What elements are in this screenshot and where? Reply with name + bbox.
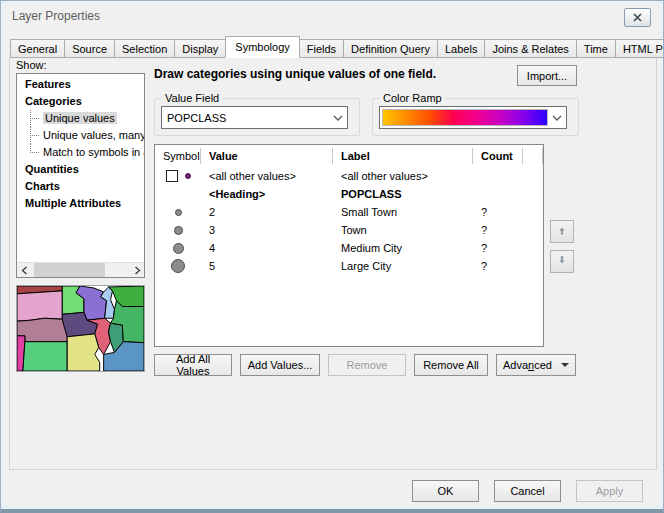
tab-joins-relates[interactable]: Joins & Relates [484, 39, 576, 58]
count-cell: ? [473, 206, 523, 218]
show-item-label: Quantities [25, 163, 79, 175]
color-ramp-group: Color Ramp [372, 98, 579, 136]
color-ramp-dropdown[interactable] [379, 106, 567, 129]
show-item-quantities[interactable]: Quantities [17, 161, 144, 178]
dialog-title: Layer Properties [12, 9, 100, 23]
remove-button[interactable]: Remove [328, 354, 406, 376]
import-button[interactable]: Import... [517, 65, 577, 86]
tab-bar: GeneralSourceSelectionDisplaySymbologyFi… [11, 36, 664, 58]
value-field-group: Value Field POPCLASS [154, 98, 360, 136]
tab-definition-query[interactable]: Definition Query [343, 39, 438, 58]
value-cell: 5 [201, 260, 333, 272]
symbol-cell[interactable] [155, 226, 201, 235]
value-field-dropdown[interactable]: POPCLASS [161, 106, 348, 129]
move-value-down-button[interactable] [550, 250, 574, 273]
tab-symbology[interactable]: Symbology [225, 36, 299, 58]
layer-preview-map [16, 285, 145, 372]
symbol-cell[interactable] [155, 259, 201, 273]
color-ramp-gradient [382, 109, 548, 126]
symbology-row[interactable]: 2Small Town? [155, 203, 543, 221]
value-cell: 4 [201, 242, 333, 254]
scroll-thumb[interactable] [34, 263, 105, 277]
count-cell: ? [473, 260, 523, 272]
move-value-up-button[interactable] [550, 220, 574, 243]
show-item-unique-values-many[interactable]: Unique values, many [17, 127, 144, 144]
tab-source[interactable]: Source [64, 39, 115, 58]
show-list: FeaturesCategoriesUnique valuesUnique va… [16, 73, 145, 278]
symbology-row[interactable]: 4Medium City? [155, 239, 543, 257]
color-ramp-label: Color Ramp [380, 92, 445, 104]
show-list-hscrollbar[interactable] [17, 262, 144, 277]
column-header-count: Count [473, 145, 523, 167]
button-label: ced [534, 359, 552, 371]
chevron-right-icon [134, 265, 141, 277]
tab-time[interactable]: Time [576, 39, 616, 58]
tab-fields[interactable]: Fields [299, 39, 344, 58]
tab-general[interactable]: General [10, 39, 65, 58]
tab-display[interactable]: Display [174, 39, 226, 58]
label-cell: POPCLASS [333, 188, 473, 200]
scroll-right-button[interactable] [130, 263, 144, 278]
symbology-tab-page: Show: FeaturesCategoriesUnique valuesUni… [9, 57, 657, 470]
symbol-cell[interactable] [155, 243, 201, 254]
remove-all-button[interactable]: Remove All [414, 354, 488, 376]
tab-selection[interactable]: Selection [114, 39, 175, 58]
show-tree: FeaturesCategoriesUnique valuesUnique va… [17, 76, 144, 212]
layer-properties-dialog: Layer Properties GeneralSourceSelectionD… [0, 0, 664, 513]
preview-map-image [17, 286, 144, 371]
advanced-button[interactable]: Advanced [496, 354, 576, 376]
close-icon [633, 12, 642, 24]
value-cell: 2 [201, 206, 333, 218]
apply-button[interactable]: Apply [576, 480, 643, 502]
count-cell: ? [473, 242, 523, 254]
table-header-row: Symbol Value Label Count [155, 145, 543, 167]
scroll-left-button[interactable] [17, 263, 31, 278]
column-header-value: Value [201, 145, 333, 167]
label-cell: Large City [333, 260, 473, 272]
chevron-down-icon [329, 115, 347, 121]
show-item-multiple-attributes[interactable]: Multiple Attributes [17, 195, 144, 212]
show-item-charts[interactable]: Charts [17, 178, 144, 195]
cancel-button[interactable]: Cancel [494, 480, 561, 502]
show-item-match-to-symbols-in-a[interactable]: Match to symbols in a [17, 144, 144, 161]
show-item-features[interactable]: Features [17, 76, 144, 93]
label-cell: <all other values> [333, 170, 473, 182]
tab-html-popup[interactable]: HTML Popup [615, 39, 664, 58]
button-label: Adva [503, 359, 528, 371]
table-body: <all other values><all other values><Hea… [155, 167, 543, 275]
show-item-label: Features [25, 78, 71, 90]
close-button[interactable] [624, 8, 651, 27]
symbology-row[interactable]: 5Large City? [155, 257, 543, 275]
show-label: Show: [16, 59, 47, 71]
value-cell: <all other values> [201, 170, 333, 182]
show-item-categories[interactable]: Categories [17, 93, 144, 110]
column-header-symbol: Symbol [155, 145, 201, 167]
symbology-row[interactable]: <all other values><all other values> [155, 167, 543, 185]
show-item-label: Unique values [43, 112, 117, 124]
scroll-track[interactable] [31, 263, 130, 277]
count-cell: ? [473, 224, 523, 236]
label-cell: Town [333, 224, 473, 236]
label-cell: Small Town [333, 206, 473, 218]
all-other-values-checkbox[interactable] [166, 170, 178, 182]
chevron-left-icon [21, 265, 28, 277]
symbol-cell[interactable] [155, 170, 201, 182]
show-item-label: Match to symbols in a [43, 146, 144, 158]
column-header-label: Label [333, 145, 473, 167]
symbol-cell[interactable] [155, 209, 201, 216]
add-all-values-button[interactable]: Add All Values [154, 354, 232, 376]
add-values-button[interactable]: Add Values... [240, 354, 320, 376]
label-cell: Medium City [333, 242, 473, 254]
value-actions-toolbar: Add All ValuesAdd Values...RemoveRemove … [154, 354, 576, 376]
dropdown-caret-icon [561, 363, 569, 371]
tab-labels[interactable]: Labels [437, 39, 485, 58]
ok-button[interactable]: OK [412, 480, 479, 502]
show-item-label: Charts [25, 180, 60, 192]
method-description: Draw categories using unique values of o… [154, 67, 436, 81]
value-field-label: Value Field [162, 92, 222, 104]
symbology-row[interactable]: <Heading>POPCLASS [155, 185, 543, 203]
arrow-up-icon [554, 223, 570, 240]
symbology-row[interactable]: 3Town? [155, 221, 543, 239]
show-item-label: Multiple Attributes [25, 197, 121, 209]
show-item-unique-values[interactable]: Unique values [17, 110, 144, 127]
